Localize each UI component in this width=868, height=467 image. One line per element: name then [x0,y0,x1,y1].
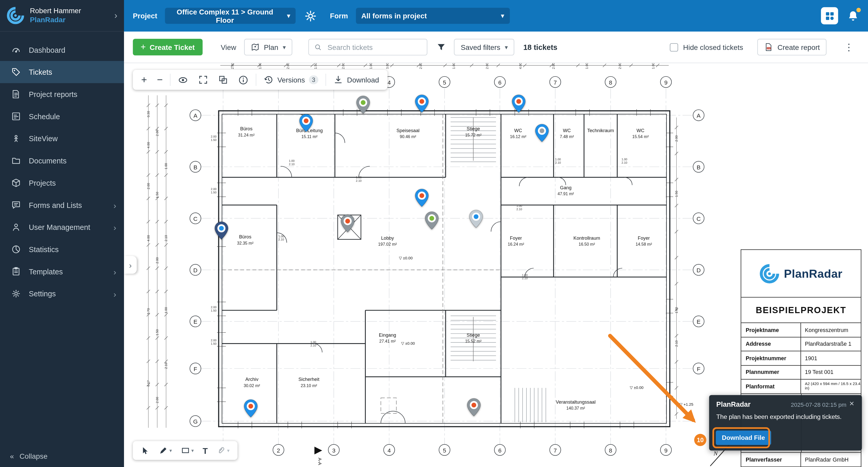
ticket-pin[interactable] [535,124,549,143]
chevron-right-icon: › [114,223,116,232]
planradar-logo-icon [7,7,25,25]
plus-icon: + [141,75,147,85]
divider [326,74,326,86]
sidebar-item-dashboard[interactable]: Dashboard [0,39,124,61]
schedule-icon [11,112,21,121]
sidebar-item-schedule[interactable]: Schedule [0,105,124,127]
chevron-down-icon: ▾ [287,12,290,20]
tickets-icon [11,67,21,77]
close-icon: × [849,399,854,408]
plus-icon: + [141,43,146,52]
sidebar-item-label: Templates [29,267,63,276]
account-header[interactable]: Robert Hammer PlanRadar › [0,0,124,32]
project-selector[interactable]: Office Complex 11 > Ground Floor ▾ [165,8,296,24]
toast-title: PlanRadar [716,401,751,408]
collapse-button[interactable]: « Collapse [10,452,48,461]
ticket-pin[interactable] [299,114,313,133]
select-tool-button[interactable] [137,443,153,458]
pen-tool-button[interactable]: ▾ [156,444,175,457]
download-file-button[interactable]: Download File [716,431,771,445]
chevron-right-icon[interactable]: › [115,10,117,21]
plan-info-button[interactable] [233,70,253,90]
toast-close-button[interactable]: × [846,398,858,409]
visibility-button[interactable] [173,70,193,90]
ticket-pin[interactable] [512,94,526,113]
zoom-out-button[interactable]: − [152,70,168,90]
expand-panel-button[interactable]: › [124,256,137,274]
siteview-icon [11,134,21,144]
titleblock-row-label: Projektname [741,323,801,337]
sidebar-item-tickets[interactable]: Tickets [0,61,124,83]
apps-button[interactable] [821,7,838,24]
ticket-pin[interactable] [467,398,481,417]
sidebar-item-statistics[interactable]: Statistics [0,238,124,260]
titleblock-row: Plannummer19 Test 001 [741,366,861,380]
drawing-toolbar: ▾ ▾ T ▾ [133,441,237,460]
ticket-pin[interactable] [214,221,228,240]
projects-icon [11,178,21,188]
download-plan-button[interactable]: Download [328,70,384,90]
ticket-pin[interactable] [340,214,355,233]
topbar: Project Office Complex 11 > Ground Floor… [124,0,868,32]
info-icon [238,75,249,85]
sidebar-item-forms-and-lists[interactable]: Forms and Lists› [0,194,124,216]
titleblock-row-value: Kongresszentrum [801,323,861,337]
sidebar-item-label: Projects [29,179,56,187]
titleblock-row-value: PlanRadarstraße 1 [801,337,861,351]
ticket-pin[interactable] [414,94,429,113]
sidebar-item-documents[interactable]: Documents [0,150,124,172]
forms-and-lists-icon [11,200,21,210]
search-input[interactable] [326,42,421,52]
ticket-pin[interactable] [356,95,370,114]
sidebar-item-siteview[interactable]: SiteView [0,127,124,150]
titleblock-row: PlanformatA2 (420 x 594 mm / 16.5 x 23.4… [741,380,861,394]
form-label: Form [330,12,348,20]
hide-closed-checkbox[interactable] [670,43,678,51]
sidebar-item-user-management[interactable]: User Management› [0,216,124,238]
versions-button[interactable]: Versions 3 [258,70,323,90]
view-mode-selector[interactable]: Plan ▾ [244,39,292,55]
sidebar-item-project-reports[interactable]: Project reports [0,83,124,105]
shape-tool-button[interactable]: ▾ [178,444,197,457]
versions-count-badge: 3 [309,75,318,84]
attach-tool-button[interactable]: ▾ [213,444,233,457]
filter-button[interactable] [434,40,449,54]
sidebar-item-templates[interactable]: Templates› [0,260,124,283]
titleblock-row-value: 19 Test 001 [801,366,861,379]
ticket-pin[interactable] [469,209,483,228]
rectangle-icon [181,446,190,455]
section-marker: A-A [314,446,322,465]
create-ticket-button[interactable]: + Create Ticket [133,39,202,55]
ticket-pin[interactable] [425,211,439,230]
saved-filters-selector[interactable]: Saved filters ▾ [454,39,515,55]
user-management-icon [11,222,21,232]
create-report-button[interactable]: PDF Create report [757,39,827,55]
step-badge: 10 [694,434,706,446]
project-settings-button[interactable] [303,8,318,23]
ticket-pin[interactable] [244,399,258,418]
hide-closed-toggle[interactable]: Hide closed tickets [670,43,743,51]
fullscreen-button[interactable] [193,70,213,90]
tickets-toolbar: + Create Ticket View Plan ▾ Saved filt [124,32,868,63]
brand-name: PlanRadar [30,16,81,25]
titleblock-row: AddressePlanRadarstraße 1 [741,337,861,351]
pdf-report-icon: PDF [764,43,773,52]
planradar-logo-icon [760,263,779,284]
ticket-pin[interactable] [414,188,429,207]
more-options-button[interactable]: ⋮ [841,40,857,54]
chevron-down-icon: ▾ [283,43,286,51]
plan-map-icon [251,43,259,52]
notifications-button[interactable] [846,8,860,23]
form-selector[interactable]: All forms in project ▾ [356,8,510,24]
text-tool-button[interactable]: T [199,443,211,458]
sidebar: Robert Hammer PlanRadar › DashboardTicke… [0,0,124,467]
fullscreen-icon [198,75,208,85]
compare-plans-button[interactable] [213,70,233,90]
sidebar-item-label: Schedule [29,112,60,120]
saved-filters-label: Saved filters [461,43,500,51]
zoom-in-button[interactable]: + [136,70,152,90]
sidebar-item-settings[interactable]: Settings› [0,283,124,305]
gear-icon [305,10,317,22]
collapse-icon: « [10,452,14,461]
sidebar-item-projects[interactable]: Projects [0,172,124,194]
